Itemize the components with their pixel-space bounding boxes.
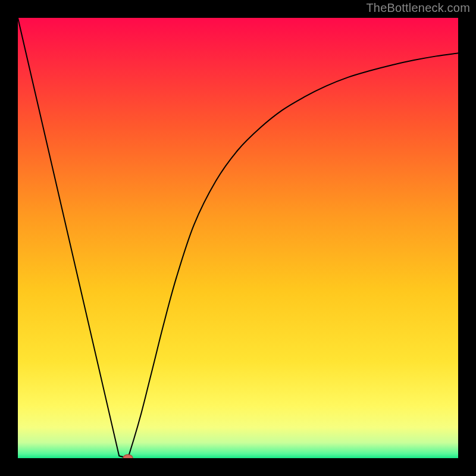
gradient-background [18, 18, 458, 458]
plot-area [18, 18, 458, 458]
chart-svg [18, 18, 458, 458]
watermark-text: TheBottleneck.com [366, 1, 470, 15]
optimal-point-marker [123, 455, 133, 458]
chart-container: TheBottleneck.com [0, 0, 476, 476]
